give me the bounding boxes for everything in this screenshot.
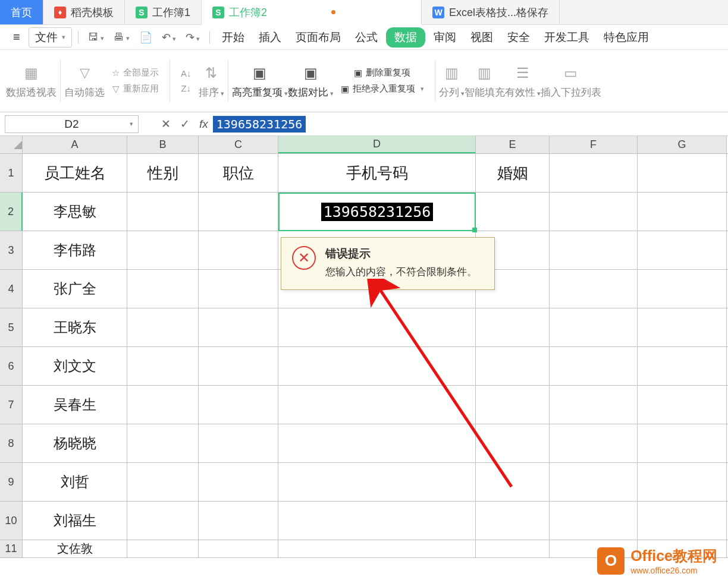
row-header-6[interactable]: 6	[0, 347, 23, 385]
cell[interactable]	[638, 193, 727, 231]
highlight-dup-button[interactable]: ▣ 高亮重复项	[232, 63, 288, 99]
col-header-C[interactable]: C	[199, 136, 278, 153]
col-header-F[interactable]: F	[550, 136, 638, 153]
cell[interactable]	[199, 424, 278, 462]
cell[interactable]	[199, 463, 278, 501]
sort-button[interactable]: ⇅ 排序	[199, 63, 224, 99]
cell[interactable]: 刘哲	[23, 463, 127, 501]
tab-home[interactable]: 首页	[0, 0, 43, 24]
cell[interactable]	[278, 540, 476, 557]
undo-icon[interactable]: ↶	[158, 29, 180, 46]
cell[interactable]	[638, 308, 727, 346]
cell[interactable]	[550, 463, 638, 501]
cell[interactable]	[638, 347, 727, 385]
cell[interactable]	[127, 386, 199, 424]
smart-fill-button[interactable]: ▥ 智能填充	[465, 63, 505, 99]
cell[interactable]	[476, 502, 550, 540]
menu-view[interactable]: 视图	[465, 27, 499, 48]
cell[interactable]: 王晓东	[23, 308, 127, 346]
name-box[interactable]: D2	[5, 115, 139, 133]
validity-button[interactable]: ☰ 有效性	[505, 63, 541, 99]
col-header-G[interactable]: G	[638, 136, 727, 153]
print-preview-icon[interactable]: 📄	[136, 29, 156, 46]
cell[interactable]	[127, 193, 199, 231]
cell[interactable]: 职位	[199, 154, 278, 192]
row-header-5[interactable]: 5	[0, 308, 23, 346]
cell[interactable]	[199, 347, 278, 385]
cell[interactable]	[127, 502, 199, 540]
cell[interactable]	[638, 231, 727, 269]
confirm-edit-icon[interactable]: ✓	[175, 117, 194, 131]
redo-icon[interactable]: ↷	[182, 29, 203, 46]
cell[interactable]	[199, 193, 278, 231]
cell[interactable]	[199, 270, 278, 308]
save-icon[interactable]: 🖫	[84, 29, 108, 45]
menu-insert[interactable]: 插入	[253, 27, 287, 48]
cell[interactable]: 刘福生	[23, 502, 127, 540]
cell[interactable]	[550, 386, 638, 424]
cell[interactable]	[638, 386, 727, 424]
row-header-9[interactable]: 9	[0, 463, 23, 501]
cell[interactable]	[278, 308, 476, 346]
cell[interactable]	[199, 502, 278, 540]
cell[interactable]	[278, 347, 476, 385]
cell[interactable]	[127, 463, 199, 501]
cell[interactable]	[476, 193, 550, 231]
cell[interactable]	[550, 231, 638, 269]
cell[interactable]	[476, 424, 550, 462]
sort-desc-button[interactable]: Z↓	[181, 83, 191, 93]
cell[interactable]: 刘文文	[23, 347, 127, 385]
row-header-11[interactable]: 11	[0, 540, 23, 557]
cancel-edit-icon[interactable]: ✕	[156, 117, 175, 131]
menu-page-layout[interactable]: 页面布局	[290, 27, 347, 48]
menu-formula[interactable]: 公式	[349, 27, 384, 48]
col-header-E[interactable]: E	[476, 136, 550, 153]
col-header-B[interactable]: B	[127, 136, 199, 153]
print-icon[interactable]: 🖶	[110, 29, 133, 45]
cell[interactable]	[199, 308, 278, 346]
cell[interactable]	[127, 231, 199, 269]
cell[interactable]	[638, 270, 727, 308]
cell[interactable]	[476, 347, 550, 385]
cell[interactable]	[127, 540, 199, 557]
fx-icon[interactable]: fx	[199, 118, 208, 131]
cell[interactable]	[199, 386, 278, 424]
cell[interactable]	[476, 540, 550, 557]
active-cell-overlay[interactable]: 139658231256	[278, 193, 476, 231]
cell[interactable]	[127, 424, 199, 462]
cell[interactable]	[476, 463, 550, 501]
menu-dropdown[interactable]: ≡	[7, 28, 26, 46]
auto-filter-button[interactable]: ▽ 自动筛选	[64, 63, 105, 99]
cell[interactable]: 文佐敦	[23, 540, 127, 557]
cell[interactable]	[199, 231, 278, 269]
row-header-7[interactable]: 7	[0, 386, 23, 424]
reject-dup-button[interactable]: ▣拒绝录入重复项	[341, 83, 424, 94]
cell[interactable]	[199, 540, 278, 557]
cell[interactable]	[550, 502, 638, 540]
pivot-table-button[interactable]: ▦ 数据透视表	[6, 63, 57, 99]
row-header-10[interactable]: 10	[0, 502, 23, 540]
data-compare-button[interactable]: ▣ 数据对比	[288, 63, 334, 99]
cell[interactable]: 李思敏	[23, 193, 127, 231]
cell[interactable]	[278, 386, 476, 424]
cell[interactable]: 张广全	[23, 270, 127, 308]
cell[interactable]	[476, 308, 550, 346]
tab-template[interactable]: ♦ 稻壳模板	[43, 0, 125, 24]
cell[interactable]	[638, 154, 727, 192]
menu-review[interactable]: 审阅	[428, 27, 462, 48]
cell[interactable]	[278, 502, 476, 540]
menu-security[interactable]: 安全	[501, 27, 536, 48]
cell[interactable]: 杨晓晓	[23, 424, 127, 462]
cell[interactable]	[550, 424, 638, 462]
row-header-8[interactable]: 8	[0, 424, 23, 462]
menu-start[interactable]: 开始	[216, 27, 250, 48]
row-header-2[interactable]: 2	[0, 193, 23, 231]
fill-handle[interactable]	[472, 228, 477, 232]
menu-special[interactable]: 特色应用	[598, 27, 655, 48]
cell[interactable]	[550, 308, 638, 346]
cell[interactable]: 李伟路	[23, 231, 127, 269]
cell[interactable]	[638, 502, 727, 540]
col-header-D[interactable]: D	[278, 136, 476, 153]
select-all-corner[interactable]	[0, 136, 23, 153]
cell[interactable]	[278, 424, 476, 462]
